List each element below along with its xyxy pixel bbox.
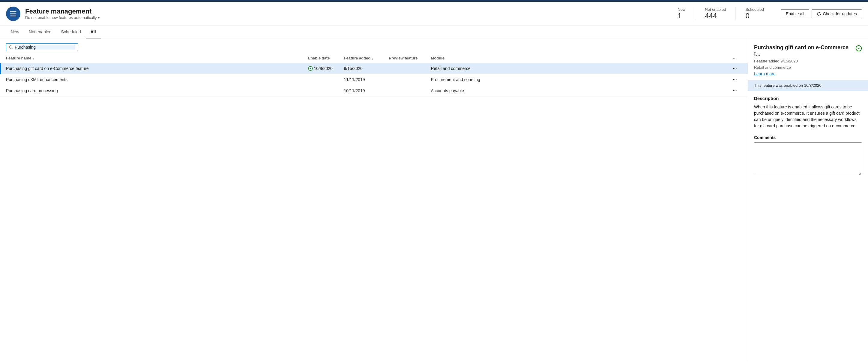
- header-title-group: Feature management Do not enable new fea…: [25, 7, 668, 20]
- search-input[interactable]: [15, 45, 75, 50]
- detail-enabled-banner: This feature was enabled on 10/8/2020: [748, 80, 868, 91]
- detail-title-row: Purchasing gift card on e-Commerce f...: [754, 45, 862, 57]
- svg-line-4: [12, 48, 12, 49]
- col-name: Feature name ↑: [6, 56, 308, 60]
- feature-name-2: Purchasing cXML enhancements: [6, 77, 308, 82]
- table-header: Feature name ↑ Enable date Feature added…: [0, 53, 748, 63]
- page-title: Feature management: [25, 7, 668, 15]
- search-input-wrapper[interactable]: [6, 43, 78, 51]
- feature-table: Feature name ↑ Enable date Feature added…: [0, 53, 748, 362]
- detail-enabled-icon: [856, 45, 862, 53]
- enabled-check-icon-1: [308, 66, 313, 71]
- left-panel: Feature name ↑ Enable date Feature added…: [0, 38, 748, 362]
- header-actions: Enable all Check for updates: [781, 9, 862, 18]
- col-enable-date: Enable date: [308, 56, 344, 60]
- more-2[interactable]: ⋯: [733, 77, 742, 82]
- feature-added-3: 10/11/2019: [344, 88, 383, 93]
- svg-rect-2: [10, 15, 17, 16]
- header-stats: New 1 Not enabled 444 Scheduled 0: [668, 7, 774, 20]
- comments-textarea[interactable]: [754, 142, 862, 175]
- subtitle-dropdown[interactable]: Do not enable new features automatically…: [25, 15, 668, 20]
- sort-arrow-name[interactable]: ↑: [33, 56, 34, 60]
- detail-title: Purchasing gift card on e-Commerce f...: [754, 45, 853, 57]
- main-layout: Feature name ↑ Enable date Feature added…: [0, 38, 868, 362]
- col-preview-icon: [383, 56, 389, 60]
- svg-point-3: [9, 46, 12, 48]
- enable-date-1: 10/8/2020: [308, 66, 344, 71]
- sort-arrow-added[interactable]: ↓: [372, 56, 373, 60]
- module-1: Retail and commerce: [431, 66, 733, 71]
- svg-rect-1: [10, 13, 17, 14]
- search-icon: [9, 45, 13, 49]
- nav-tabs: New Not enabled Scheduled All: [0, 26, 868, 38]
- header: Feature management Do not enable new fea…: [0, 2, 868, 26]
- table-row[interactable]: Purchasing cXML enhancements 11/11/2019 …: [0, 74, 748, 85]
- tab-new[interactable]: New: [6, 26, 24, 38]
- svg-rect-0: [10, 11, 17, 12]
- stat-scheduled: Scheduled 0: [736, 7, 773, 20]
- feature-added-1: 9/15/2020: [344, 66, 383, 71]
- more-3[interactable]: ⋯: [733, 88, 742, 93]
- comments-label: Comments: [754, 135, 862, 140]
- feature-name-3: Purchasing card processing: [6, 88, 308, 93]
- refresh-icon: [817, 12, 821, 16]
- module-2: Procurement and sourcing: [431, 77, 733, 82]
- more-1[interactable]: ⋯: [733, 66, 742, 71]
- col-preview: Preview feature: [389, 56, 431, 60]
- tab-scheduled[interactable]: Scheduled: [56, 26, 86, 38]
- learn-more-link[interactable]: Learn more: [754, 72, 862, 76]
- right-panel: Purchasing gift card on e-Commerce f... …: [748, 38, 868, 362]
- col-module: Module: [431, 56, 733, 60]
- table-row[interactable]: Purchasing gift card on e-Commerce featu…: [0, 63, 748, 74]
- tab-not-enabled[interactable]: Not enabled: [24, 26, 56, 38]
- app-logo: [6, 7, 21, 21]
- stat-new: New 1: [668, 7, 695, 20]
- description-title: Description: [754, 96, 862, 101]
- feature-added-2: 11/11/2019: [344, 77, 383, 82]
- detail-description: When this feature is enabled it allows g…: [754, 104, 862, 129]
- enable-all-button[interactable]: Enable all: [781, 9, 809, 18]
- check-updates-button[interactable]: Check for updates: [812, 9, 862, 18]
- module-3: Accounts payable: [431, 88, 733, 93]
- col-more: ⋯: [733, 56, 742, 60]
- col-feature-added: Feature added ↓: [344, 56, 383, 60]
- detail-feature-added: Feature added 9/15/2020: [754, 59, 862, 63]
- detail-module: Retail and commerce: [754, 65, 862, 69]
- detail-body: Description When this feature is enabled…: [748, 91, 868, 181]
- search-bar: [0, 38, 748, 53]
- stat-not-enabled: Not enabled 444: [695, 7, 736, 20]
- feature-name-1: Purchasing gift card on e-Commerce featu…: [6, 66, 308, 71]
- table-row[interactable]: Purchasing card processing 10/11/2019 Ac…: [0, 85, 748, 96]
- tab-all[interactable]: All: [86, 26, 101, 38]
- detail-header: Purchasing gift card on e-Commerce f... …: [748, 38, 868, 80]
